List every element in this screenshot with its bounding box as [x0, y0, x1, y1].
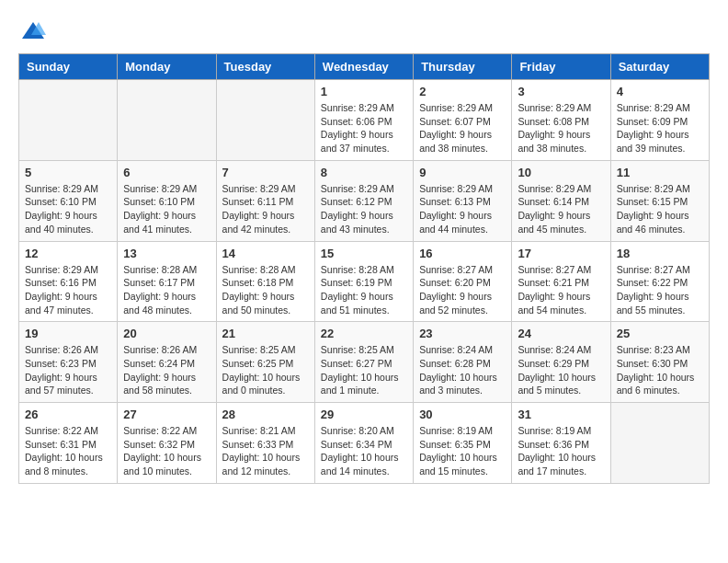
calendar-week-row: 5Sunrise: 8:29 AM Sunset: 6:10 PM Daylig… [19, 160, 710, 241]
calendar-cell: 30Sunrise: 8:19 AM Sunset: 6:35 PM Dayli… [414, 403, 512, 484]
day-number: 1 [321, 85, 407, 98]
day-number: 31 [518, 408, 604, 421]
day-number: 5 [25, 166, 111, 179]
calendar-cell [610, 403, 709, 484]
day-info: Sunrise: 8:27 AM Sunset: 6:22 PM Dayligh… [617, 263, 703, 317]
calendar-cell: 14Sunrise: 8:28 AM Sunset: 6:18 PM Dayli… [216, 241, 314, 322]
day-info: Sunrise: 8:19 AM Sunset: 6:36 PM Dayligh… [518, 424, 604, 478]
day-number: 7 [222, 166, 309, 179]
day-info: Sunrise: 8:25 AM Sunset: 6:27 PM Dayligh… [321, 343, 407, 397]
calendar-header-row: SundayMondayTuesdayWednesdayThursdayFrid… [19, 54, 710, 80]
calendar-cell: 11Sunrise: 8:29 AM Sunset: 6:15 PM Dayli… [610, 160, 709, 241]
day-info: Sunrise: 8:29 AM Sunset: 6:10 PM Dayligh… [25, 182, 111, 236]
day-info: Sunrise: 8:29 AM Sunset: 6:12 PM Dayligh… [321, 182, 407, 236]
calendar-cell: 28Sunrise: 8:21 AM Sunset: 6:33 PM Dayli… [216, 403, 314, 484]
day-number: 12 [25, 247, 111, 260]
day-number: 20 [123, 327, 210, 340]
day-info: Sunrise: 8:26 AM Sunset: 6:23 PM Dayligh… [25, 343, 111, 397]
header [18, 18, 710, 44]
calendar-week-row: 1Sunrise: 8:29 AM Sunset: 6:06 PM Daylig… [19, 80, 710, 161]
day-info: Sunrise: 8:22 AM Sunset: 6:31 PM Dayligh… [25, 424, 111, 478]
day-info: Sunrise: 8:28 AM Sunset: 6:17 PM Dayligh… [123, 263, 210, 317]
calendar-cell: 22Sunrise: 8:25 AM Sunset: 6:27 PM Dayli… [314, 322, 413, 403]
calendar-cell: 24Sunrise: 8:24 AM Sunset: 6:29 PM Dayli… [512, 322, 610, 403]
calendar-cell: 13Sunrise: 8:28 AM Sunset: 6:17 PM Dayli… [118, 241, 216, 322]
day-header-wednesday: Wednesday [314, 54, 413, 80]
day-number: 15 [321, 247, 407, 260]
calendar-cell: 2Sunrise: 8:29 AM Sunset: 6:07 PM Daylig… [414, 80, 512, 161]
calendar-table: SundayMondayTuesdayWednesdayThursdayFrid… [18, 53, 710, 484]
calendar-cell: 21Sunrise: 8:25 AM Sunset: 6:25 PM Dayli… [216, 322, 314, 403]
day-header-sunday: Sunday [19, 54, 118, 80]
calendar-cell: 4Sunrise: 8:29 AM Sunset: 6:09 PM Daylig… [610, 80, 709, 161]
day-number: 3 [518, 85, 604, 98]
day-number: 23 [419, 327, 506, 340]
calendar-cell: 10Sunrise: 8:29 AM Sunset: 6:14 PM Dayli… [512, 160, 610, 241]
day-header-tuesday: Tuesday [216, 54, 314, 80]
day-info: Sunrise: 8:29 AM Sunset: 6:09 PM Dayligh… [617, 101, 703, 155]
day-info: Sunrise: 8:28 AM Sunset: 6:18 PM Dayligh… [222, 263, 309, 317]
day-number: 8 [321, 166, 407, 179]
day-number: 26 [25, 408, 111, 421]
day-header-saturday: Saturday [610, 54, 709, 80]
day-number: 14 [222, 247, 309, 260]
calendar-cell: 12Sunrise: 8:29 AM Sunset: 6:16 PM Dayli… [19, 241, 118, 322]
day-info: Sunrise: 8:24 AM Sunset: 6:29 PM Dayligh… [518, 343, 604, 397]
calendar-cell [118, 80, 216, 161]
day-info: Sunrise: 8:19 AM Sunset: 6:35 PM Dayligh… [419, 424, 506, 478]
day-number: 25 [617, 327, 703, 340]
calendar-cell: 27Sunrise: 8:22 AM Sunset: 6:32 PM Dayli… [118, 403, 216, 484]
calendar-cell: 15Sunrise: 8:28 AM Sunset: 6:19 PM Dayli… [314, 241, 413, 322]
calendar-cell: 7Sunrise: 8:29 AM Sunset: 6:11 PM Daylig… [216, 160, 314, 241]
day-info: Sunrise: 8:26 AM Sunset: 6:24 PM Dayligh… [123, 343, 210, 397]
day-header-friday: Friday [512, 54, 610, 80]
day-number: 16 [419, 247, 506, 260]
day-number: 19 [25, 327, 111, 340]
day-number: 22 [321, 327, 407, 340]
calendar-cell: 6Sunrise: 8:29 AM Sunset: 6:10 PM Daylig… [118, 160, 216, 241]
day-number: 27 [123, 408, 210, 421]
calendar-cell: 18Sunrise: 8:27 AM Sunset: 6:22 PM Dayli… [610, 241, 709, 322]
calendar-cell: 16Sunrise: 8:27 AM Sunset: 6:20 PM Dayli… [414, 241, 512, 322]
day-number: 28 [222, 408, 309, 421]
day-info: Sunrise: 8:28 AM Sunset: 6:19 PM Dayligh… [321, 263, 407, 317]
day-info: Sunrise: 8:29 AM Sunset: 6:06 PM Dayligh… [321, 101, 407, 155]
calendar-cell: 17Sunrise: 8:27 AM Sunset: 6:21 PM Dayli… [512, 241, 610, 322]
calendar-cell: 19Sunrise: 8:26 AM Sunset: 6:23 PM Dayli… [19, 322, 118, 403]
day-info: Sunrise: 8:27 AM Sunset: 6:21 PM Dayligh… [518, 263, 604, 317]
day-number: 4 [617, 85, 703, 98]
day-number: 21 [222, 327, 309, 340]
calendar-week-row: 12Sunrise: 8:29 AM Sunset: 6:16 PM Dayli… [19, 241, 710, 322]
calendar-cell: 23Sunrise: 8:24 AM Sunset: 6:28 PM Dayli… [414, 322, 512, 403]
calendar-week-row: 19Sunrise: 8:26 AM Sunset: 6:23 PM Dayli… [19, 322, 710, 403]
day-info: Sunrise: 8:29 AM Sunset: 6:11 PM Dayligh… [222, 182, 309, 236]
day-number: 29 [321, 408, 407, 421]
calendar-cell: 1Sunrise: 8:29 AM Sunset: 6:06 PM Daylig… [314, 80, 413, 161]
day-info: Sunrise: 8:23 AM Sunset: 6:30 PM Dayligh… [617, 343, 703, 397]
day-number: 11 [617, 166, 703, 179]
day-info: Sunrise: 8:29 AM Sunset: 6:08 PM Dayligh… [518, 101, 604, 155]
calendar-cell: 20Sunrise: 8:26 AM Sunset: 6:24 PM Dayli… [118, 322, 216, 403]
day-number: 9 [419, 166, 506, 179]
day-header-monday: Monday [118, 54, 216, 80]
day-info: Sunrise: 8:29 AM Sunset: 6:16 PM Dayligh… [25, 263, 111, 317]
day-info: Sunrise: 8:21 AM Sunset: 6:33 PM Dayligh… [222, 424, 309, 478]
day-info: Sunrise: 8:20 AM Sunset: 6:34 PM Dayligh… [321, 424, 407, 478]
logo [18, 18, 46, 44]
calendar-cell: 9Sunrise: 8:29 AM Sunset: 6:13 PM Daylig… [414, 160, 512, 241]
calendar-cell: 8Sunrise: 8:29 AM Sunset: 6:12 PM Daylig… [314, 160, 413, 241]
day-number: 2 [419, 85, 506, 98]
day-number: 13 [123, 247, 210, 260]
calendar-cell [19, 80, 118, 161]
calendar-cell: 29Sunrise: 8:20 AM Sunset: 6:34 PM Dayli… [314, 403, 413, 484]
day-header-thursday: Thursday [414, 54, 512, 80]
calendar-cell [216, 80, 314, 161]
day-number: 17 [518, 247, 604, 260]
day-info: Sunrise: 8:22 AM Sunset: 6:32 PM Dayligh… [123, 424, 210, 478]
day-info: Sunrise: 8:29 AM Sunset: 6:14 PM Dayligh… [518, 182, 604, 236]
day-number: 18 [617, 247, 703, 260]
day-info: Sunrise: 8:24 AM Sunset: 6:28 PM Dayligh… [419, 343, 506, 397]
day-info: Sunrise: 8:29 AM Sunset: 6:15 PM Dayligh… [617, 182, 703, 236]
calendar-cell: 3Sunrise: 8:29 AM Sunset: 6:08 PM Daylig… [512, 80, 610, 161]
day-number: 30 [419, 408, 506, 421]
